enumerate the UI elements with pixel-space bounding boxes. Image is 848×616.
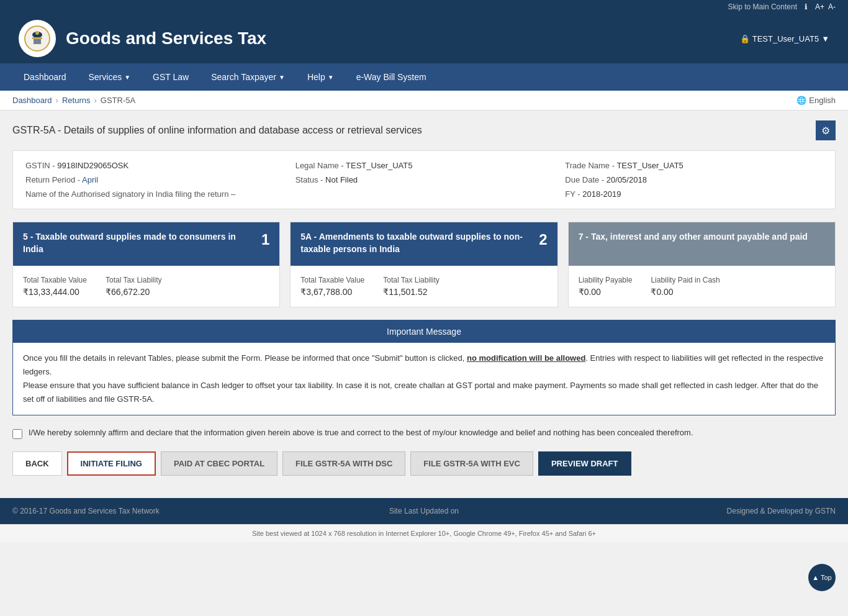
logo bbox=[19, 20, 56, 57]
tile-2-taxable: Total Taxable Value ₹3,67,788.00 bbox=[300, 276, 364, 297]
legal-name-value: TEST_User_UAT5 bbox=[346, 161, 412, 170]
authorised-row: Name of the Authorised signatory in Indi… bbox=[25, 189, 283, 199]
page-heading-bar: GSTR-5A - Details of supplies of online … bbox=[12, 120, 836, 140]
important-body: Once you fill the details in relevant Ta… bbox=[13, 343, 835, 415]
info-icon: ℹ bbox=[805, 2, 808, 11]
language-selector[interactable]: 🌐 English bbox=[796, 96, 836, 105]
due-date-value: 20/05/2018 bbox=[607, 175, 647, 184]
tile-2[interactable]: 5A - Amendments to taxable outward suppl… bbox=[290, 222, 557, 307]
tile-1-title: 5 - Taxable outward supplies made to con… bbox=[23, 231, 255, 255]
help-arrow: ▼ bbox=[328, 74, 334, 81]
tile-1-liability: Total Tax Liability ₹66,672.20 bbox=[106, 276, 162, 297]
nav-dashboard[interactable]: Dashboard bbox=[12, 63, 78, 91]
search-taxpayer-arrow: ▼ bbox=[279, 74, 285, 81]
breadcrumb: Dashboard › Returns › GSTR-5A bbox=[12, 96, 135, 105]
font-controls: A+ A- bbox=[815, 2, 836, 11]
globe-icon: 🌐 bbox=[796, 96, 806, 105]
initiate-filing-button[interactable]: INITIATE FILING bbox=[67, 451, 156, 476]
tile-1-liability-value: ₹66,672.20 bbox=[106, 287, 162, 297]
breadcrumb-bar: Dashboard › Returns › GSTR-5A 🌐 English bbox=[0, 91, 848, 111]
tile-2-number: 2 bbox=[539, 231, 547, 248]
status-value: Not Filed bbox=[325, 175, 358, 184]
back-button[interactable]: BACK bbox=[12, 451, 62, 476]
important-text-3: Please ensure that you have sufficient b… bbox=[23, 381, 818, 404]
nav-services[interactable]: Services ▼ bbox=[78, 63, 142, 91]
nav-help[interactable]: Help ▼ bbox=[296, 63, 345, 91]
tile-1[interactable]: 5 - Taxable outward supplies made to con… bbox=[12, 222, 280, 307]
trade-name-value: TEST_User_UAT5 bbox=[616, 161, 683, 170]
tile-2-header: 5A - Amendments to taxable outward suppl… bbox=[291, 222, 557, 266]
no-modification-text: no modification will be allowed bbox=[467, 353, 585, 363]
tile-2-taxable-value: ₹3,67,788.00 bbox=[300, 287, 364, 297]
skip-main-link[interactable]: Skip to Main Content bbox=[728, 2, 797, 11]
declaration-row: I/We hereby solemnly affirm and declare … bbox=[12, 428, 836, 439]
site-title: Goods and Services Tax bbox=[66, 29, 266, 48]
footer: © 2016-17 Goods and Services Tax Network… bbox=[0, 498, 848, 524]
services-arrow: ▼ bbox=[124, 74, 130, 81]
top-bar: Skip to Main Content ℹ A+ A- bbox=[0, 0, 848, 14]
declaration-checkbox[interactable] bbox=[12, 429, 22, 439]
header: Goods and Services Tax 🔒 TEST_User_UAT5 … bbox=[0, 14, 848, 63]
tile-3-paid-value: ₹0.00 bbox=[651, 287, 719, 297]
gear-button[interactable]: ⚙ bbox=[816, 120, 836, 140]
tile-2-liability-value: ₹11,501.52 bbox=[383, 287, 440, 297]
language-label: English bbox=[809, 96, 836, 105]
paid-at-cbec-button[interactable]: PAID AT CBEC PORTAL bbox=[161, 451, 277, 476]
tile-3-body: Liability Payable ₹0.00 Liability Paid i… bbox=[569, 266, 835, 307]
footer-designed: Designed & Developed by GSTN bbox=[561, 507, 836, 515]
due-date-row: Due Date - 20/05/2018 bbox=[565, 175, 823, 184]
page-title: GSTR-5A - Details of supplies of online … bbox=[12, 125, 422, 136]
breadcrumb-current: GSTR-5A bbox=[101, 96, 135, 105]
svg-point-4 bbox=[35, 31, 39, 35]
file-with-evc-button[interactable]: FILE GSTR-5A WITH EVC bbox=[410, 451, 533, 476]
status-row: Status - Not Filed bbox=[295, 175, 553, 184]
font-increase[interactable]: A+ bbox=[815, 2, 824, 11]
return-period-value: April bbox=[82, 175, 98, 184]
legal-name-row: Legal Name - TEST_User_UAT5 bbox=[295, 161, 553, 170]
user-icon: 🔒 bbox=[740, 34, 750, 43]
fy-row: FY - 2018-2019 bbox=[565, 189, 823, 199]
action-buttons: BACK INITIATE FILING PAID AT CBEC PORTAL… bbox=[12, 451, 836, 476]
preview-draft-button[interactable]: PREVIEW DRAFT bbox=[538, 451, 631, 476]
tile-3-payable-value: ₹0.00 bbox=[579, 287, 633, 297]
tile-1-header: 5 - Taxable outward supplies made to con… bbox=[13, 222, 279, 266]
tile-3-payable: Liability Payable ₹0.00 bbox=[579, 276, 633, 297]
declaration-text: I/We hereby solemnly affirm and declare … bbox=[29, 428, 693, 437]
tile-2-body: Total Taxable Value ₹3,67,788.00 Total T… bbox=[291, 266, 557, 307]
header-left: Goods and Services Tax bbox=[19, 20, 266, 57]
tile-1-taxable: Total Taxable Value ₹13,33,444.00 bbox=[23, 276, 87, 297]
important-header: Important Message bbox=[13, 320, 835, 343]
gstin-value: 9918IND29065OSK bbox=[57, 161, 129, 170]
tile-3-title: 7 - Tax, interest and any other amount p… bbox=[579, 231, 825, 243]
tile-3-paid: Liability Paid in Cash ₹0.00 bbox=[651, 276, 719, 297]
footer-copyright: © 2016-17 Goods and Services Tax Network bbox=[12, 507, 287, 515]
return-period-row: Return Period - April bbox=[25, 175, 283, 184]
main-content: GSTR-5A - Details of supplies of online … bbox=[0, 111, 848, 498]
user-dropdown-arrow[interactable]: ▼ bbox=[821, 34, 829, 43]
breadcrumb-dashboard[interactable]: Dashboard bbox=[12, 96, 52, 105]
footer-updated: Site Last Updated on bbox=[287, 507, 561, 515]
info-card: GSTIN - 9918IND29065OSK Legal Name - TES… bbox=[12, 150, 836, 209]
info-grid: GSTIN - 9918IND29065OSK Legal Name - TES… bbox=[25, 161, 823, 199]
nav-eway-bill[interactable]: e-Way Bill System bbox=[345, 63, 438, 91]
fy-value: 2018-2019 bbox=[582, 189, 621, 199]
main-nav: Dashboard Services ▼ GST Law Search Taxp… bbox=[0, 63, 848, 91]
important-message-box: Important Message Once you fill the deta… bbox=[12, 320, 836, 415]
breadcrumb-returns[interactable]: Returns bbox=[62, 96, 91, 105]
nav-gst-law[interactable]: GST Law bbox=[142, 63, 200, 91]
tile-3-header: 7 - Tax, interest and any other amount p… bbox=[569, 222, 835, 266]
footer-bottom: Site best viewed at 1024 x 768 resolutio… bbox=[0, 524, 848, 542]
username: TEST_User_UAT5 bbox=[752, 34, 819, 43]
tile-1-taxable-value: ₹13,33,444.00 bbox=[23, 287, 87, 297]
nav-search-taxpayer[interactable]: Search Taxpayer ▼ bbox=[200, 63, 296, 91]
svg-rect-2 bbox=[32, 37, 42, 39]
font-decrease[interactable]: A- bbox=[828, 2, 836, 11]
svg-rect-3 bbox=[34, 39, 41, 44]
file-with-dsc-button[interactable]: FILE GSTR-5A WITH DSC bbox=[282, 451, 405, 476]
tile-2-liability: Total Tax Liability ₹11,501.52 bbox=[383, 276, 440, 297]
tile-1-number: 1 bbox=[261, 231, 269, 248]
tiles-row: 5 - Taxable outward supplies made to con… bbox=[12, 222, 836, 307]
tile-2-title: 5A - Amendments to taxable outward suppl… bbox=[300, 231, 533, 255]
gstin-row: GSTIN - 9918IND29065OSK bbox=[25, 161, 283, 170]
trade-name-row: Trade Name - TEST_User_UAT5 bbox=[565, 161, 823, 170]
